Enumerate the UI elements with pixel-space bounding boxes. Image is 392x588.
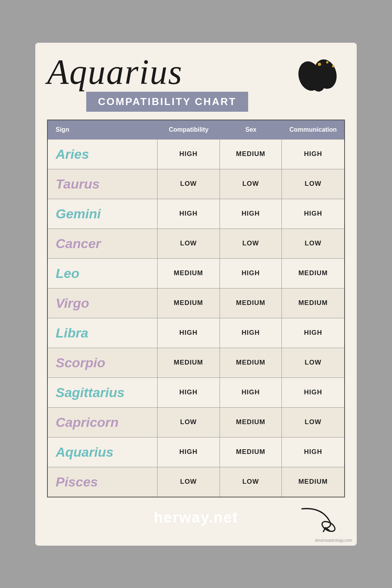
sex-value: MEDIUM [220, 348, 282, 377]
card: Aquarius COMPA [35, 43, 357, 546]
sign-name: Scorpio [56, 355, 105, 370]
sex-value: LOW [220, 467, 282, 497]
communication-value: MEDIUM [282, 467, 344, 497]
subtitle-text: COMPATIBILITY CHART [98, 96, 236, 107]
watermark: dreamsastrology.com [315, 538, 352, 543]
svg-point-8 [320, 519, 336, 532]
page-wrapper: Aquarius COMPA [0, 0, 392, 588]
sign-cell: Sagittarius [48, 378, 158, 407]
communication-value: HIGH [282, 140, 344, 169]
compatibility-value: HIGH [158, 199, 220, 229]
doodle-arrow-icon [298, 505, 337, 534]
sign-cell: Scorpio [48, 348, 158, 377]
communication-value: MEDIUM [282, 259, 344, 288]
col-compatibility: Compatibility [158, 124, 220, 135]
col-sex: Sex [220, 124, 282, 135]
sign-cell: Gemini [48, 199, 158, 229]
sign-name: Aquarius [56, 445, 113, 460]
sex-value: LOW [220, 169, 282, 199]
table-row: Capricorn LOW MEDIUM LOW [48, 407, 344, 437]
compatibility-value: MEDIUM [158, 348, 220, 377]
sign-name: Virgo [56, 296, 89, 311]
table-row: Taurus LOW LOW LOW [48, 169, 344, 199]
sign-name: Taurus [56, 176, 100, 192]
table-row: Aries HIGH MEDIUM HIGH [48, 139, 344, 169]
communication-value: HIGH [282, 437, 344, 467]
compatibility-value: HIGH [158, 437, 220, 467]
compatibility-value: LOW [158, 169, 220, 199]
table-row: Pisces LOW LOW MEDIUM [48, 467, 344, 497]
sex-value: HIGH [220, 199, 282, 229]
subtitle-bar: COMPATIBILITY CHART [86, 92, 248, 112]
sex-value: HIGH [220, 378, 282, 407]
sign-name: Gemini [56, 206, 101, 221]
sex-value: MEDIUM [220, 408, 282, 437]
sign-cell: Capricorn [48, 408, 158, 437]
sex-value: MEDIUM [220, 289, 282, 318]
table-row: Sagittarius HIGH HIGH HIGH [48, 377, 344, 407]
communication-value: LOW [282, 169, 344, 199]
sex-value: LOW [220, 229, 282, 258]
svg-point-5 [332, 65, 334, 67]
svg-point-3 [318, 63, 321, 66]
table-row: Leo MEDIUM HIGH MEDIUM [48, 258, 344, 288]
website-label: herway.net [154, 509, 238, 526]
communication-value: MEDIUM [282, 289, 344, 318]
sex-value: MEDIUM [220, 437, 282, 467]
svg-point-4 [326, 61, 328, 64]
table-row: Virgo MEDIUM MEDIUM MEDIUM [48, 288, 344, 318]
communication-value: HIGH [282, 318, 344, 348]
sign-cell: Cancer [48, 229, 158, 258]
table-row: Scorpio MEDIUM MEDIUM LOW [48, 348, 344, 377]
sign-name: Capricorn [56, 415, 119, 430]
sign-cell: Virgo [48, 289, 158, 318]
sign-cell: Aries [48, 140, 158, 169]
sex-value: HIGH [220, 259, 282, 288]
sign-name: Pisces [56, 474, 98, 490]
col-sign: Sign [48, 124, 158, 135]
col-communication: Communication [282, 124, 344, 135]
table-header: Sign Compatibility Sex Communication [48, 120, 344, 139]
communication-value: LOW [282, 408, 344, 437]
table-row: Libra HIGH HIGH HIGH [48, 318, 344, 348]
communication-value: LOW [282, 229, 344, 258]
compatibility-value: LOW [158, 467, 220, 497]
sex-value: MEDIUM [220, 140, 282, 169]
sign-cell: Taurus [48, 169, 158, 199]
aquarius-symbol-icon [298, 58, 341, 94]
compatibility-value: HIGH [158, 318, 220, 348]
sign-name: Leo [56, 266, 79, 281]
sign-cell: Pisces [48, 467, 158, 497]
table-row: Aquarius HIGH MEDIUM HIGH [48, 437, 344, 467]
compatibility-table: Sign Compatibility Sex Communication Ari… [47, 120, 345, 497]
page-title: Aquarius [47, 54, 183, 90]
sign-name: Cancer [56, 236, 101, 251]
table-body: Aries HIGH MEDIUM HIGH Taurus LOW LOW LO… [48, 139, 344, 497]
communication-value: HIGH [282, 378, 344, 407]
compatibility-value: MEDIUM [158, 289, 220, 318]
table-row: Cancer LOW LOW LOW [48, 229, 344, 258]
compatibility-value: LOW [158, 229, 220, 258]
sex-value: HIGH [220, 318, 282, 348]
header-section: Aquarius COMPA [47, 54, 345, 112]
compatibility-value: HIGH [158, 378, 220, 407]
communication-value: HIGH [282, 199, 344, 229]
communication-value: LOW [282, 348, 344, 377]
sign-cell: Leo [48, 259, 158, 288]
table-row: Gemini HIGH HIGH HIGH [48, 199, 344, 229]
sign-name: Sagittarius [56, 385, 125, 400]
footer-section: herway.net [47, 509, 345, 526]
compatibility-value: HIGH [158, 140, 220, 169]
sign-cell: Libra [48, 318, 158, 348]
sign-name: Libra [56, 325, 88, 341]
compatibility-value: MEDIUM [158, 259, 220, 288]
sign-name: Aries [56, 147, 89, 162]
sign-cell: Aquarius [48, 437, 158, 467]
compatibility-value: LOW [158, 408, 220, 437]
